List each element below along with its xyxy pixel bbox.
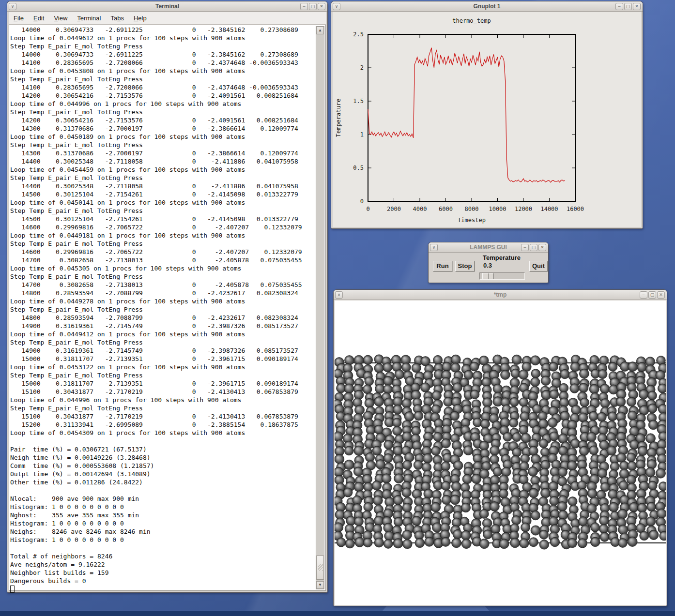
temperature-label: Temperature [473, 254, 531, 261]
menu-item-tabs[interactable]: Tabs [106, 13, 128, 23]
svg-text:Temperature: Temperature [335, 99, 342, 137]
lammps-gui-titlebar[interactable]: ∨ LAMMPS GUI – ▢ ✕ [429, 242, 548, 253]
maximize-icon[interactable]: ▢ [309, 3, 317, 10]
svg-text:0: 0 [360, 198, 364, 205]
atom-viz-window: ∨ *tmp – ▢ ✕ [333, 289, 667, 606]
temperature-slider[interactable] [479, 272, 525, 280]
svg-text:1.5: 1.5 [353, 98, 364, 105]
close-icon[interactable]: ✕ [633, 3, 641, 10]
terminal-window-title: Terminal [7, 3, 327, 10]
terminal-cursor [10, 586, 15, 593]
svg-text:thermo_temp: thermo_temp [452, 17, 491, 24]
menu-item-file[interactable]: File [9, 13, 29, 23]
svg-text:2: 2 [360, 64, 364, 71]
gnuplot-chart: 020004000600080001000012000140001600000.… [333, 12, 642, 228]
terminal-scrollbar[interactable]: ▲ ▼ [316, 26, 324, 589]
close-icon[interactable]: ✕ [538, 244, 546, 251]
maximize-icon[interactable]: ▢ [648, 291, 656, 299]
svg-text:14000: 14000 [540, 206, 558, 212]
terminal-output-area[interactable]: 14000 0.30694733 -2.6911225 0 -2.3845162… [9, 25, 326, 591]
run-button[interactable]: Run [433, 261, 452, 271]
atom-viz-canvas-area [335, 300, 666, 605]
desktop: ∨ Terminal – ▢ ✕ FileEditViewTerminalTab… [0, 0, 675, 616]
atom-viz-titlebar[interactable]: ∨ *tmp – ▢ ✕ [334, 290, 667, 300]
gnuplot-plot-area: 020004000600080001000012000140001600000.… [333, 12, 641, 227]
terminal-output-text: 14000 0.30694733 -2.6911225 0 -2.3845162… [9, 25, 325, 593]
menu-item-terminal[interactable]: Terminal [72, 13, 106, 23]
scrollbar-grip [318, 564, 323, 571]
svg-text:12000: 12000 [515, 206, 532, 212]
minimize-icon[interactable]: – [300, 3, 308, 10]
maximize-icon[interactable]: ▢ [530, 244, 537, 251]
close-icon[interactable]: ✕ [657, 291, 665, 299]
lammps-gui-content: Run Stop Temperature 0.3 Quit [430, 253, 547, 281]
gnuplot-window: ∨ Gnuplot 1 – ▢ ✕ 0200040006000800010000… [331, 1, 643, 229]
temperature-value: 0.3 [476, 262, 500, 269]
stop-button[interactable]: Stop [455, 261, 475, 271]
svg-text:1: 1 [360, 131, 364, 138]
window-menu-icon[interactable]: ∨ [333, 3, 340, 10]
terminal-menubar: FileEditViewTerminalTabsHelp [9, 12, 326, 25]
quit-button[interactable]: Quit [529, 261, 548, 271]
lammps-gui-window: ∨ LAMMPS GUI – ▢ ✕ Run Stop Temperature … [428, 242, 549, 283]
terminal-window: ∨ Terminal – ▢ ✕ FileEditViewTerminalTab… [7, 1, 328, 593]
svg-text:2.5: 2.5 [353, 31, 364, 38]
terminal-titlebar[interactable]: ∨ Terminal – ▢ ✕ [7, 1, 327, 12]
svg-text:0: 0 [366, 206, 369, 212]
svg-text:10000: 10000 [489, 206, 506, 212]
scrollbar-thumb[interactable] [316, 556, 324, 580]
scroll-up-icon[interactable]: ▲ [316, 27, 324, 34]
svg-text:Timestep: Timestep [458, 217, 486, 224]
close-icon[interactable]: ✕ [318, 3, 325, 10]
menu-item-view[interactable]: View [49, 13, 72, 23]
atom-visualization [335, 300, 666, 605]
svg-text:8000: 8000 [465, 206, 479, 212]
minimize-icon[interactable]: – [615, 3, 623, 10]
minimize-icon[interactable]: – [640, 291, 647, 299]
wallpaper-bottom-strip [0, 611, 675, 616]
atom-viz-window-title: *tmp [334, 291, 667, 298]
svg-text:4000: 4000 [413, 206, 427, 212]
svg-text:6000: 6000 [439, 206, 453, 212]
maximize-icon[interactable]: ▢ [624, 3, 632, 10]
svg-text:0.5: 0.5 [353, 165, 364, 171]
window-menu-icon[interactable]: ∨ [335, 291, 343, 299]
svg-text:2000: 2000 [387, 206, 401, 212]
temperature-slider-thumb[interactable] [482, 273, 494, 279]
scroll-down-icon[interactable]: ▼ [316, 581, 324, 589]
gnuplot-window-title: Gnuplot 1 [331, 3, 643, 10]
gnuplot-titlebar[interactable]: ∨ Gnuplot 1 – ▢ ✕ [331, 1, 643, 12]
menu-item-help[interactable]: Help [129, 13, 152, 23]
svg-text:16000: 16000 [567, 206, 584, 212]
window-menu-icon[interactable]: ∨ [9, 3, 16, 10]
minimize-icon[interactable]: – [521, 244, 529, 251]
window-menu-icon[interactable]: ∨ [430, 244, 438, 251]
menu-item-edit[interactable]: Edit [29, 13, 49, 23]
